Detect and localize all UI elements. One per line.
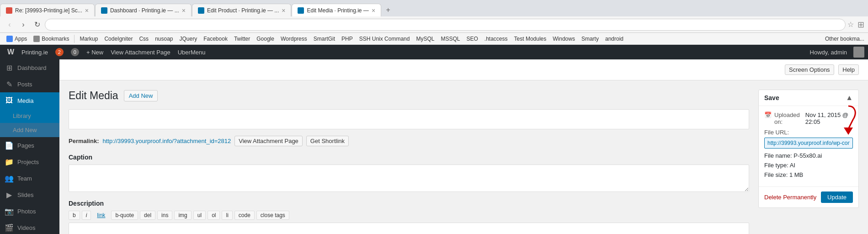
adminbar-ubermenu[interactable]: UberMenu [174,45,209,59]
tab-edit-media[interactable]: Edit Media · Printing.ie — × [292,4,381,16]
bookmark-css[interactable]: Css [136,35,151,43]
bookmark-mysql[interactable]: MySQL [413,35,437,43]
tab-dashboard[interactable]: Dashboard · Printing.ie — ... × [95,4,192,16]
bookmark-php[interactable]: PHP [339,35,356,43]
bookmark-markup[interactable]: Markup [77,35,101,43]
editor-btn-code[interactable]: code [234,211,255,220]
bookmark-label: Markup [80,36,98,42]
editor-btn-img[interactable]: img [174,211,191,220]
adminbar-updates[interactable]: 2 [52,45,67,59]
file-url-input[interactable] [764,138,853,149]
view-attachment-label: View Attachment Page [111,49,170,56]
file-url-label: File URL: [764,129,853,136]
save-box-toggle-icon[interactable]: ▲ [846,94,853,102]
sidebar-item-posts[interactable]: ✎ Posts [0,76,59,92]
sidebar-item-projects[interactable]: 📁 Projects [0,154,59,170]
other-bookmarks[interactable]: Other bookma... [825,36,864,42]
bookmark-htaccess[interactable]: .htaccess [482,35,511,43]
sidebar-item-team[interactable]: 👥 Team [0,170,59,186]
delete-permanently-link[interactable]: Delete Permanently [764,194,816,201]
title-input[interactable]: P-55x80 [69,109,749,129]
tab-close-icon[interactable]: × [85,7,89,14]
view-attachment-button[interactable]: View Attachment Page [234,136,303,146]
tab-gmail[interactable]: Re: [39993-Printing.ie] Sc... × [0,4,95,16]
adminbar-comments[interactable]: 0 [67,45,83,59]
save-meta-box-header[interactable]: Save ▲ [759,90,858,106]
sidebar-item-add-new[interactable]: Add New [0,123,59,137]
editor-btn-bquote[interactable]: b-quote [111,211,138,220]
screen-options-button[interactable]: Screen Options [785,64,834,75]
bookmark-ssh[interactable]: SSH Unix Command [357,35,413,43]
editor-btn-i[interactable]: i [82,211,91,220]
editor-btn-ul[interactable]: ul [193,211,206,220]
adminbar-wp-logo[interactable]: W [4,45,18,59]
page-content: Edit Media Add New P-55x80 Permalink: ht… [59,80,868,234]
bookmark-testmodules[interactable]: Test Modules [511,35,549,43]
sidebar-label-projects: Projects [17,159,39,165]
extensions-icon[interactable]: ⊞ [857,20,864,30]
content-header: Screen Options Help [59,59,868,80]
bookmark-star-icon[interactable]: ☆ [847,20,854,29]
editor-btn-del[interactable]: del [140,211,155,220]
tab-favicon [198,7,204,14]
bookmark-jquery[interactable]: JQuery [177,35,200,43]
caption-textarea[interactable] [69,165,749,192]
editor-btn-b[interactable]: b [69,211,80,220]
add-new-button[interactable]: Add New [124,90,158,101]
permalink-url[interactable]: http://39993.yourproof.info/?attachment_… [102,138,231,144]
sidebar-item-videos[interactable]: 🎬 Videos [0,219,59,234]
bookmark-windows[interactable]: Windows [550,35,578,43]
sidebar-item-pages[interactable]: 📄 Pages [0,137,59,154]
sidebar-item-media[interactable]: 🖼 Media [0,92,59,109]
bookmark-seo[interactable]: SEO [464,35,481,43]
editor-btn-link[interactable]: link [93,211,109,220]
sidebar-label-photos: Photos [17,208,36,215]
tab-edit-product[interactable]: Edit Product · Printing.ie — ... × [192,4,292,16]
bookmark-label: Windows [553,36,575,42]
right-sidebar: Save ▲ 📅 Uploaded on: Nov 11, 2015 @ 22:… [758,90,859,234]
file-size-value: 1 MB [789,171,803,178]
bookmark-label: Test Modules [514,36,547,42]
tab-close-icon[interactable]: × [282,7,285,14]
bookmark-codeigniter[interactable]: CodeIgniter [101,35,135,43]
tab-close-icon[interactable]: × [182,7,186,14]
bookmark-mssql[interactable]: MSSQL [438,35,463,43]
bookmark-icon [6,36,13,42]
description-textarea[interactable] [69,223,749,234]
sidebar-item-dashboard[interactable]: ⊞ Dashboard [0,59,59,76]
sidebar-label-dashboard: Dashboard [17,64,47,71]
new-tab-button[interactable]: + [382,4,394,16]
page-title-row: Edit Media Add New [69,90,749,102]
address-bar[interactable]: 39993.yourproof.info/wp-admin/post.php?p… [45,19,846,31]
update-button[interactable]: Update [821,191,853,203]
tab-close-icon[interactable]: × [372,7,375,14]
editor-btn-ins[interactable]: ins [157,211,172,220]
bookmark-smartgit[interactable]: SmartGit [311,35,338,43]
bookmark-bookmarks[interactable]: Bookmarks [31,35,72,43]
screen-options-area: Screen Options Help [785,64,859,75]
sidebar-item-slides[interactable]: ▶ Slides [0,186,59,203]
bookmark-apps[interactable]: Apps [4,35,30,43]
bookmark-label: Smarty [581,36,599,42]
bookmark-wordpress[interactable]: Wordpress [278,35,310,43]
help-button[interactable]: Help [838,64,859,75]
bookmark-facebook[interactable]: Facebook [201,35,230,43]
get-shortlink-button[interactable]: Get Shortlink [306,136,349,146]
adminbar-view-attachment[interactable]: View Attachment Page [107,45,174,59]
bookmark-twitter[interactable]: Twitter [231,35,253,43]
back-button[interactable]: ‹ [4,19,16,31]
sidebar-item-photos[interactable]: 📷 Photos [0,203,59,219]
adminbar-site-name[interactable]: Printing.ie [18,45,52,59]
forward-button[interactable]: › [17,19,29,31]
adminbar-new[interactable]: + New [83,45,107,59]
editor-btn-ol[interactable]: ol [208,211,220,220]
bookmark-android[interactable]: android [602,35,626,43]
bookmark-smarty[interactable]: Smarty [579,35,602,43]
sidebar-item-library[interactable]: Library [0,109,59,123]
reload-button[interactable]: ↻ [31,19,43,31]
bookmark-nusoap[interactable]: nusoap [152,35,176,43]
editor-btn-li[interactable]: li [222,211,232,220]
editor-btn-close-tags[interactable]: close tags [256,211,289,220]
bookmark-google[interactable]: Google [254,35,277,43]
bookmark-label: SSH Unix Command [359,36,410,42]
